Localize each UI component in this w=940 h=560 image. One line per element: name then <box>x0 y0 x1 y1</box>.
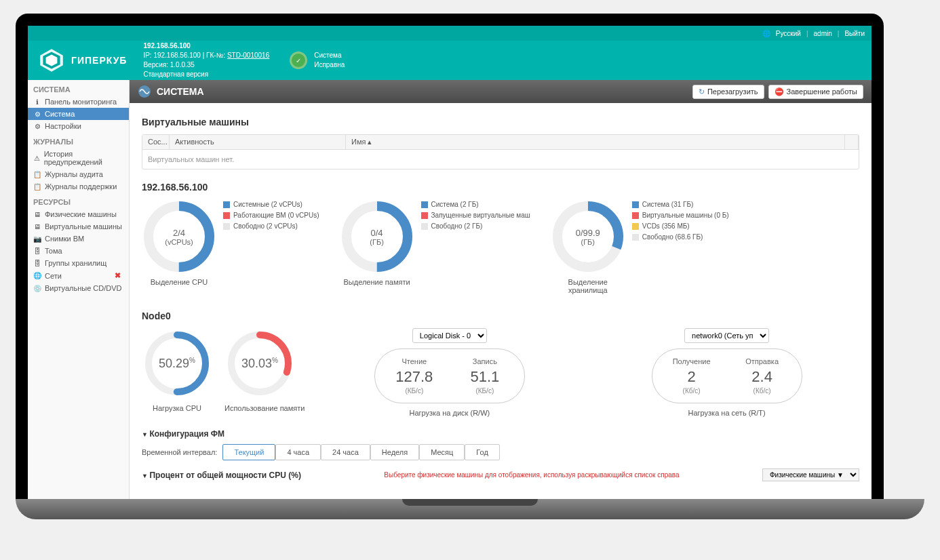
donut-block: 0/99.9(ГБ)Выделение хранилищаСистема (31… <box>551 199 729 294</box>
sidebar-icon: ⚙ <box>33 110 41 118</box>
sidebar: СИСТЕМА ℹПанель мониторинга⚙Система⚙Наст… <box>28 80 130 500</box>
interval-button[interactable]: Год <box>465 444 500 460</box>
ip-section-title: 192.168.56.100 <box>142 182 859 193</box>
net-tx-title: Отправка <box>735 357 789 365</box>
sidebar-item[interactable]: 🗄Группы хранилищ <box>28 257 129 269</box>
logout-link[interactable]: Выйти <box>844 30 865 37</box>
sidebar-item[interactable]: 🌐Сети✖ <box>28 269 129 282</box>
col-status[interactable]: Сос... <box>142 135 170 149</box>
sidebar-item-label: Физические машины <box>45 210 117 218</box>
legend: Система (31 ГБ)Виртуальные машины (0 Б)V… <box>632 199 729 294</box>
donut-block: 0/4(ГБ)Выделение памятиСистема (2 ГБ)Зап… <box>340 199 530 294</box>
sku-link[interactable]: STD-0010016 <box>227 52 269 59</box>
disk-label: Нагрузка на диск (R/W) <box>317 409 582 417</box>
sidebar-item[interactable]: 📋Журналы поддержки <box>28 180 129 193</box>
donut-label: Выделение хранилища <box>551 278 625 294</box>
main-title: СИСТЕМА <box>157 86 692 97</box>
donut-label: Выделение CPU <box>142 278 216 286</box>
sidebar-item-label: Журналы поддержки <box>45 182 117 191</box>
legend-item: Свободно (2 vCPUs) <box>223 221 319 232</box>
disk-read-title: Чтение <box>387 357 442 365</box>
reload-button[interactable]: ↻Перезагрузить <box>692 85 764 99</box>
donut-block: 2/4(vCPUs)Выделение CPUСистемные (2 vCPU… <box>142 199 319 294</box>
sidebar-icon: 📋 <box>33 170 41 178</box>
sidebar-item[interactable]: ⚙Система <box>28 108 129 120</box>
sidebar-icon: 🖥 <box>33 222 41 231</box>
col-name[interactable]: Имя ▴ <box>346 135 845 149</box>
sidebar-item-label: Виртуальные машины <box>45 222 122 231</box>
shutdown-button[interactable]: ⛔Завершение работы <box>768 85 863 99</box>
sidebar-item-label: Журналы аудита <box>45 170 103 178</box>
net-label: Нагрузка на сеть (R/T) <box>594 409 859 417</box>
sidebar-item[interactable]: ℹПанель мониторинга <box>28 96 129 108</box>
sidebar-icon: 📋 <box>33 182 41 191</box>
sidebar-icon: 🗄 <box>33 259 41 267</box>
sidebar-item[interactable]: ⚠История предупреждений <box>28 148 129 168</box>
sidebar-section-system: СИСТЕМА <box>28 80 129 96</box>
sidebar-item[interactable]: 🗄Тома <box>28 245 129 257</box>
sidebar-item[interactable]: 💿Виртуальные CD/DVD <box>28 282 129 294</box>
config-title[interactable]: Конфигурация ФМ <box>142 429 859 439</box>
main-panel: СИСТЕМА ↻Перезагрузить ⛔Завершение работ… <box>130 80 872 500</box>
sidebar-item[interactable]: ⚙Настройки <box>28 120 129 132</box>
sidebar-icon: 📷 <box>33 235 41 243</box>
donut-chart: 0/4(ГБ) <box>340 199 414 274</box>
cpu-gauge: 50.29% <box>142 328 212 399</box>
legend-swatch <box>421 212 428 219</box>
lang-link[interactable]: Русский <box>776 30 801 37</box>
pm-select[interactable]: Физические машины ▼ <box>762 468 859 481</box>
interval-button[interactable]: 4 часа <box>275 444 321 460</box>
main-header: СИСТЕМА ↻Перезагрузить ⛔Завершение работ… <box>130 80 872 103</box>
legend-item: Система (31 ГБ) <box>632 199 729 210</box>
legend-item: Система (2 ГБ) <box>421 199 530 210</box>
net-select[interactable]: network0 (Сеть уп <box>684 328 769 343</box>
legend-swatch <box>223 223 230 230</box>
disk-metric-box: Чтение127.8(КБ/с) Запись51.1(КБ/с) <box>374 348 525 403</box>
shutdown-icon: ⛔ <box>775 87 784 96</box>
sidebar-item[interactable]: 🖥Физические машины <box>28 208 129 220</box>
interval-button[interactable]: Текущий <box>222 444 275 460</box>
legend-item: Запущенные виртуальные маш <box>421 210 530 221</box>
legend-swatch <box>421 201 428 208</box>
legend: Система (2 ГБ)Запущенные виртуальные маш… <box>421 199 530 294</box>
logo-icon <box>37 46 66 75</box>
main-body: Виртуальные машины Сос... Активность Имя… <box>130 103 872 491</box>
legend-swatch <box>632 223 639 230</box>
status-ok-icon: ✓ <box>290 52 307 69</box>
net-rx-title: Получение <box>665 357 719 365</box>
legend-item: Системные (2 vCPUs) <box>223 199 319 210</box>
user-link[interactable]: admin <box>814 30 832 37</box>
disk-read-val: 127.8 <box>387 368 442 386</box>
logo-text: ГИПЕРКУБ <box>71 55 127 66</box>
cpu-gauge-label: Нагрузка CPU <box>142 404 212 412</box>
sidebar-item-label: Система <box>45 110 75 118</box>
sidebar-section-logs: ЖУРНАЛЫ <box>28 132 129 148</box>
interval-button[interactable]: 24 часа <box>321 444 370 460</box>
sidebar-item-label: Виртуальные CD/DVD <box>45 284 122 292</box>
sidebar-item[interactable]: 🖥Виртуальные машины <box>28 220 129 233</box>
col-activity[interactable]: Активность <box>170 135 346 149</box>
cpu-pct-title[interactable]: Процент от общей мощности CPU (%) <box>142 471 301 480</box>
vm-table: Сос... Активность Имя ▴ Виртуальных маши… <box>142 134 859 169</box>
mem-gauge: 30.03% <box>224 328 295 399</box>
error-icon: ✖ <box>115 271 121 280</box>
header-edition: Стандартная версия <box>143 70 269 79</box>
status-text: Система Исправна <box>314 51 345 70</box>
mem-gauge-label: Использование памяти <box>224 404 305 412</box>
app-screen: 🌐 Русский | admin | Выйти ГИПЕРКУБ 192.1… <box>28 26 872 500</box>
reload-icon: ↻ <box>699 87 705 96</box>
interval-button[interactable]: Неделя <box>370 444 419 460</box>
sidebar-icon: ⚙ <box>33 122 41 130</box>
sidebar-item[interactable]: 📷Снимки ВМ <box>28 233 129 245</box>
sidebar-item-label: Настройки <box>45 122 81 130</box>
net-metric-box: Получение2(Кб/с) Отправка2.4(Кб/с) <box>652 348 802 403</box>
sidebar-icon: 🗄 <box>33 247 41 255</box>
disk-write-val: 51.1 <box>458 368 512 386</box>
sidebar-item[interactable]: 📋Журналы аудита <box>28 168 129 180</box>
legend-swatch <box>632 234 639 241</box>
topbar: 🌐 Русский | admin | Выйти <box>28 26 872 41</box>
legend-item: Работающие ВМ (0 vCPUs) <box>223 210 319 221</box>
disk-select[interactable]: Logical Disk - 0 <box>412 328 487 343</box>
interval-button[interactable]: Месяц <box>419 444 465 460</box>
logo[interactable]: ГИПЕРКУБ <box>37 46 127 75</box>
